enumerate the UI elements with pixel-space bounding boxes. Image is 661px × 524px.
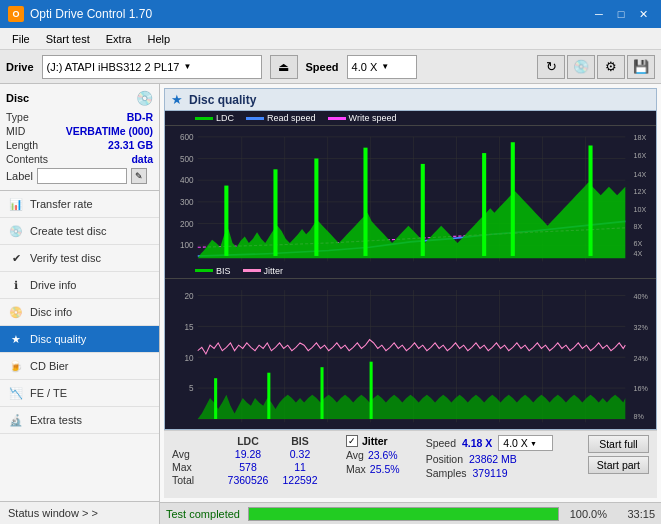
svg-text:100: 100 bbox=[180, 240, 194, 250]
eject-button[interactable]: ⏏ bbox=[270, 55, 298, 79]
label-input[interactable] bbox=[37, 168, 127, 184]
content-area: ★ Disc quality LDC Read speed bbox=[160, 84, 661, 524]
ldc-chart: LDC Read speed Write speed bbox=[165, 111, 656, 264]
avg-row-label: Avg bbox=[172, 448, 216, 460]
drivebar: Drive (J:) ATAPI iHBS312 2 PL17 ▼ ⏏ Spee… bbox=[0, 50, 661, 84]
avg-bis-value: 0.32 bbox=[280, 448, 320, 460]
refresh-button[interactable]: ↻ bbox=[537, 55, 565, 79]
app-title: Opti Drive Control 1.70 bbox=[30, 7, 152, 21]
disc-button[interactable]: 💿 bbox=[567, 55, 595, 79]
sidebar-item-verify-test-disc[interactable]: ✔ Verify test disc bbox=[0, 245, 159, 272]
create-test-disc-label: Create test disc bbox=[30, 225, 106, 237]
eject-icon: ⏏ bbox=[278, 60, 289, 74]
svg-text:8%: 8% bbox=[633, 411, 644, 420]
svg-text:10: 10 bbox=[185, 352, 194, 362]
read-speed-legend-item: Read speed bbox=[246, 113, 316, 123]
sidebar-item-disc-info[interactable]: 📀 Disc info bbox=[0, 299, 159, 326]
max-bis-value: 11 bbox=[280, 461, 320, 473]
sidebar-item-extra-tests[interactable]: 🔬 Extra tests bbox=[0, 407, 159, 434]
ldc-col-header: LDC bbox=[222, 435, 274, 447]
svg-rect-34 bbox=[421, 164, 425, 256]
bis-chart: BIS Jitter bbox=[165, 264, 656, 429]
speed-dropdown[interactable]: 4.0 X ▼ bbox=[498, 435, 553, 451]
menu-start-test[interactable]: Start test bbox=[38, 31, 98, 47]
start-full-button[interactable]: Start full bbox=[588, 435, 649, 453]
sidebar-item-transfer-rate[interactable]: 📊 Transfer rate bbox=[0, 191, 159, 218]
status-window-button[interactable]: Status window > > bbox=[0, 501, 159, 524]
samples-value: 379119 bbox=[472, 467, 507, 479]
transfer-rate-label: Transfer rate bbox=[30, 198, 93, 210]
type-value: BD-R bbox=[127, 111, 153, 123]
sidebar-item-create-test-disc[interactable]: 💿 Create test disc bbox=[0, 218, 159, 245]
svg-text:200: 200 bbox=[180, 219, 194, 229]
svg-text:32%: 32% bbox=[633, 322, 648, 331]
length-value: 23.31 GB bbox=[108, 139, 153, 151]
speed-label: Speed bbox=[306, 61, 339, 73]
svg-rect-75 bbox=[320, 367, 323, 419]
sidebar-item-disc-quality[interactable]: ★ Disc quality bbox=[0, 326, 159, 353]
avg-ldc-value: 19.28 bbox=[222, 448, 274, 460]
close-button[interactable]: ✕ bbox=[633, 4, 653, 24]
svg-rect-74 bbox=[267, 372, 270, 418]
create-test-disc-icon: 💿 bbox=[8, 223, 24, 239]
drive-label: Drive bbox=[6, 61, 34, 73]
ldc-legend-item: LDC bbox=[195, 113, 234, 123]
position-label: Position bbox=[426, 453, 463, 465]
bis-legend-item: BIS bbox=[195, 266, 231, 276]
drive-info-icon: ℹ bbox=[8, 277, 24, 293]
svg-text:500: 500 bbox=[180, 154, 194, 164]
save-button[interactable]: 💾 bbox=[627, 55, 655, 79]
svg-text:15: 15 bbox=[185, 321, 194, 331]
transfer-rate-icon: 📊 bbox=[8, 196, 24, 212]
svg-text:16X: 16X bbox=[633, 151, 646, 160]
menu-help[interactable]: Help bbox=[139, 31, 178, 47]
svg-rect-36 bbox=[511, 142, 515, 256]
fe-te-label: FE / TE bbox=[30, 387, 67, 399]
svg-marker-29 bbox=[198, 182, 626, 258]
start-buttons: Start full Start part bbox=[588, 435, 649, 474]
ldc-chart-svg: 600 500 400 300 200 100 18X 16X 14X 12X … bbox=[165, 126, 656, 278]
progress-track bbox=[248, 507, 559, 521]
total-bis-value: 122592 bbox=[280, 474, 320, 486]
max-ldc-value: 578 bbox=[222, 461, 274, 473]
svg-rect-73 bbox=[214, 378, 217, 419]
label-edit-button[interactable]: ✎ bbox=[131, 168, 147, 184]
svg-rect-76 bbox=[370, 361, 373, 418]
minimize-button[interactable]: ─ bbox=[589, 4, 609, 24]
svg-rect-35 bbox=[482, 153, 486, 256]
jitter-label: Jitter bbox=[362, 435, 388, 447]
svg-marker-72 bbox=[198, 394, 626, 418]
menu-extra[interactable]: Extra bbox=[98, 31, 140, 47]
settings-button[interactable]: ⚙ bbox=[597, 55, 625, 79]
start-part-button[interactable]: Start part bbox=[588, 456, 649, 474]
stats-bar: LDC BIS Avg 19.28 0.32 Max 578 11 Total … bbox=[164, 430, 657, 498]
drive-selector[interactable]: (J:) ATAPI iHBS312 2 PL17 ▼ bbox=[42, 55, 262, 79]
main-area: Disc 💿 Type BD-R MID VERBATIMe (000) Len… bbox=[0, 84, 661, 524]
position-value: 23862 MB bbox=[469, 453, 517, 465]
contents-value: data bbox=[131, 153, 153, 165]
cd-bier-label: CD Bier bbox=[30, 360, 69, 372]
progress-percentage: 100.0% bbox=[567, 508, 607, 520]
progress-fill bbox=[249, 508, 558, 520]
titlebar: O Opti Drive Control 1.70 ─ □ ✕ bbox=[0, 0, 661, 28]
svg-rect-30 bbox=[224, 186, 228, 256]
menu-file[interactable]: File bbox=[4, 31, 38, 47]
maximize-button[interactable]: □ bbox=[611, 4, 631, 24]
svg-text:10X: 10X bbox=[633, 204, 646, 213]
sidebar-item-fe-te[interactable]: 📉 FE / TE bbox=[0, 380, 159, 407]
jitter-max-label: Max bbox=[346, 463, 366, 475]
sidebar-item-cd-bier[interactable]: 🍺 CD Bier bbox=[0, 353, 159, 380]
disc-panel-title: Disc bbox=[6, 92, 29, 104]
samples-label: Samples bbox=[426, 467, 467, 479]
verify-test-disc-label: Verify test disc bbox=[30, 252, 101, 264]
svg-text:4X: 4X bbox=[633, 249, 642, 258]
sidebar-item-drive-info[interactable]: ℹ Drive info bbox=[0, 272, 159, 299]
jitter-checkbox[interactable]: ✓ bbox=[346, 435, 358, 447]
speed-selector[interactable]: 4.0 X ▼ bbox=[347, 55, 417, 79]
extra-tests-label: Extra tests bbox=[30, 414, 82, 426]
jitter-section: ✓ Jitter Avg 23.6% Max 25.5% bbox=[346, 435, 400, 475]
label-label: Label bbox=[6, 170, 33, 182]
svg-text:8X: 8X bbox=[633, 222, 642, 231]
verify-test-disc-icon: ✔ bbox=[8, 250, 24, 266]
svg-rect-31 bbox=[273, 169, 277, 256]
